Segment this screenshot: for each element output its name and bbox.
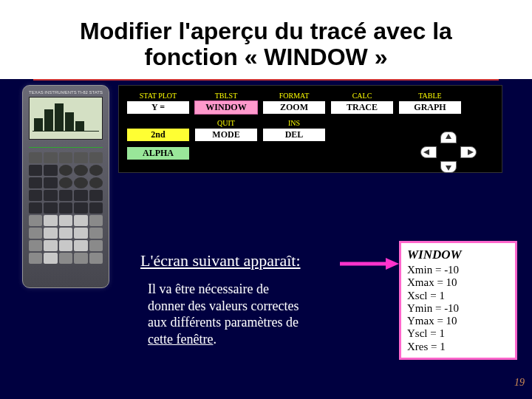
- window-line: Ymin = -10: [407, 302, 509, 315]
- calc-brand: TEXAS INSTRUMENTS: [29, 90, 77, 95]
- mode-key[interactable]: MODE: [194, 128, 258, 142]
- sec-statplot: STAT PLOT: [140, 92, 177, 100]
- svg-marker-2: [446, 134, 451, 139]
- window-line: Xscl = 1: [407, 290, 509, 302]
- sec-ins: INS: [288, 119, 300, 127]
- alpha-key[interactable]: ALPHA: [126, 146, 190, 160]
- title-line2: fonction « WINDOW »: [145, 44, 388, 70]
- graph-key[interactable]: GRAPH: [398, 100, 462, 115]
- description-text: Il va être nécessaire de donner des vale…: [148, 281, 355, 347]
- calculator-screen: [29, 97, 103, 140]
- window-line: Xmax = 10: [407, 276, 509, 289]
- arrow-pad[interactable]: [417, 132, 480, 173]
- del-key[interactable]: DEL: [262, 128, 326, 142]
- sec-format: FORMAT: [279, 92, 310, 100]
- arrow-icons: [417, 132, 480, 173]
- calculator-keys: [29, 152, 103, 280]
- sec-tblst: TBLST: [215, 92, 238, 100]
- svg-marker-3: [446, 166, 451, 171]
- page-number: 19: [514, 377, 525, 389]
- title-line1: Modifier l'aperçu du tracé avec la: [80, 18, 452, 44]
- y-equals-key[interactable]: Y =: [126, 100, 190, 115]
- keyboard-panel: STAT PLOT Y = TBLST WINDOW FORMAT ZOOM C…: [118, 85, 502, 173]
- calc-model: TI-82 STATS: [78, 90, 103, 95]
- sec-table: TABLE: [418, 92, 441, 100]
- sec-calc: CALC: [352, 92, 372, 100]
- window-line: Xres = 1: [407, 341, 509, 353]
- window-line: Xmin = -10: [407, 264, 509, 276]
- svg-marker-7: [386, 258, 399, 270]
- window-key[interactable]: WINDOW: [194, 100, 258, 115]
- svg-marker-4: [423, 149, 429, 155]
- second-key[interactable]: 2nd: [126, 128, 190, 142]
- svg-marker-5: [468, 149, 474, 155]
- window-settings-box: WINDOW Xmin = -10 Xmax = 10 Xscl = 1 Ymi…: [399, 241, 517, 360]
- slide-title: Modifier l'aperçu du tracé avec la fonct…: [0, 0, 532, 79]
- sec-quit: QUIT: [217, 119, 235, 127]
- calculator-image: TEXAS INSTRUMENTS TI-82 STATS: [22, 85, 109, 288]
- window-title: WINDOW: [407, 248, 509, 262]
- window-line: Ymax = 10: [407, 315, 509, 327]
- trace-key[interactable]: TRACE: [330, 100, 394, 115]
- window-line: Yscl = 1: [407, 327, 509, 340]
- pink-arrow-icon: [340, 256, 399, 271]
- zoom-key[interactable]: ZOOM: [262, 100, 326, 115]
